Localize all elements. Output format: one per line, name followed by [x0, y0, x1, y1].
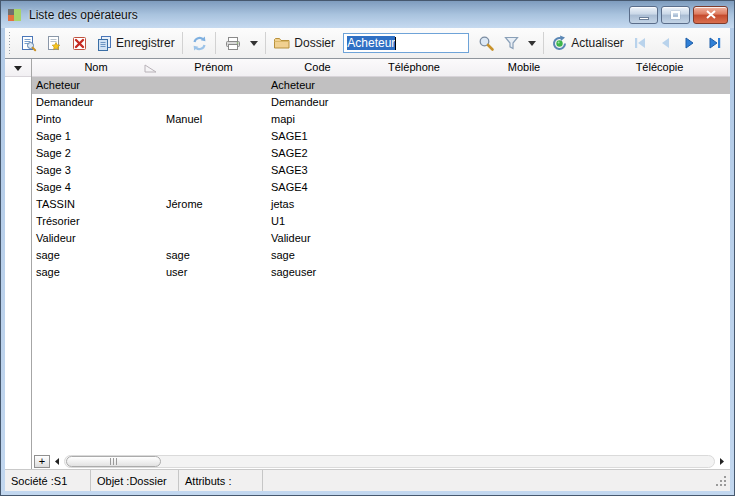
scroll-right-icon[interactable] [717, 457, 727, 466]
add-row-button[interactable]: + [34, 455, 50, 468]
table-row[interactable]: ValideurValideur [5, 230, 730, 247]
resize-grip[interactable] [715, 475, 727, 487]
cell-telephone [369, 162, 459, 179]
column-header-telephone[interactable]: Téléphone [369, 59, 459, 76]
cell-mobile [459, 247, 589, 264]
cell-nom: Sage 1 [31, 128, 161, 145]
cell-prenom [161, 162, 266, 179]
cell-code: SAGE3 [266, 162, 369, 179]
cell-mobile [459, 213, 589, 230]
cell-mobile [459, 128, 589, 145]
window-title: Liste des opérateurs [29, 8, 138, 22]
minimize-button[interactable] [629, 6, 658, 24]
scrollbar-track[interactable] [64, 455, 715, 468]
table-row[interactable]: Sage 1SAGE1 [5, 128, 730, 145]
column-header-nom[interactable]: Nom [31, 59, 161, 76]
cell-telecopie [589, 94, 730, 111]
cell-nom: Demandeur [31, 94, 161, 111]
cell-marker [5, 111, 31, 128]
table-row[interactable]: Sage 4SAGE4 [5, 179, 730, 196]
nav-last-button[interactable] [703, 31, 727, 55]
column-header-prenom[interactable]: Prénom [161, 59, 266, 76]
status-societe: Société :S1 [5, 470, 91, 491]
cell-mobile [459, 162, 589, 179]
column-selector-button[interactable] [5, 59, 31, 76]
cell-telephone [369, 247, 459, 264]
preview-icon [20, 35, 37, 52]
cell-telephone [369, 111, 459, 128]
column-header-telecopie[interactable]: Télécopie [589, 59, 730, 76]
save-icon [96, 35, 113, 52]
table-row[interactable]: AcheteurAcheteur [5, 77, 730, 94]
close-button[interactable] [693, 6, 728, 24]
cell-marker [5, 196, 31, 213]
toolbar-separator [543, 32, 544, 54]
cell-mobile [459, 111, 589, 128]
grid-rows: AcheteurAcheteurDemandeurDemandeurPintoM… [5, 77, 730, 453]
cell-marker [5, 179, 31, 196]
sync-button[interactable] [187, 31, 212, 55]
cell-nom: Pinto [31, 111, 161, 128]
operators-grid: Nom Prénom Code Téléphone Mobile Télécop… [5, 58, 730, 469]
cell-nom: Trésorier [31, 213, 161, 230]
toolbar-separator [182, 32, 183, 54]
cell-telephone [369, 94, 459, 111]
cell-mobile [459, 145, 589, 162]
cell-telephone [369, 196, 459, 213]
table-row[interactable]: DemandeurDemandeur [5, 94, 730, 111]
cell-telephone [369, 213, 459, 230]
save-button[interactable]: Enregistrer [93, 31, 178, 55]
table-row[interactable]: sagesagesage [5, 247, 730, 264]
toolbar-grip[interactable] [8, 32, 11, 54]
folder-icon [273, 35, 291, 51]
cell-telecopie [589, 247, 730, 264]
nav-next-button[interactable] [678, 31, 702, 55]
cell-code: mapi [266, 111, 369, 128]
preview-button[interactable] [16, 31, 41, 55]
column-header-code[interactable]: Code [266, 59, 369, 76]
cell-marker [5, 77, 31, 94]
search-button[interactable] [474, 31, 499, 55]
column-header-mobile[interactable]: Mobile [459, 59, 589, 76]
cell-code: sageuser [266, 264, 369, 281]
scroll-left-icon[interactable] [52, 457, 62, 466]
cell-telephone [369, 145, 459, 162]
cell-code: Demandeur [266, 94, 369, 111]
nav-prev-button[interactable] [653, 31, 677, 55]
cell-marker [5, 94, 31, 111]
statusbar: Société :S1 Objet :Dossier Attributs : [5, 469, 730, 491]
cell-nom: Sage 4 [31, 179, 161, 196]
print-dropdown-button[interactable] [247, 31, 261, 55]
table-row[interactable]: TASSINJéromejetas [5, 196, 730, 213]
table-row[interactable]: Sage 3SAGE3 [5, 162, 730, 179]
print-button[interactable] [220, 31, 246, 55]
refresh-button[interactable]: Actualiser [548, 31, 627, 55]
nav-first-button[interactable] [628, 31, 652, 55]
cell-mobile [459, 77, 589, 94]
cell-nom: sage [31, 264, 161, 281]
delete-button[interactable] [67, 31, 92, 55]
table-row[interactable]: sageusersageuser [5, 264, 730, 281]
grid-gutter-divider [31, 59, 32, 469]
scrollbar-thumb[interactable] [66, 456, 161, 467]
cell-prenom [161, 145, 266, 162]
table-row[interactable]: TrésorierU1 [5, 213, 730, 230]
cell-code: sage [266, 247, 369, 264]
restore-button[interactable] [661, 6, 690, 24]
cell-mobile [459, 94, 589, 111]
cell-code: SAGE2 [266, 145, 369, 162]
cell-marker [5, 128, 31, 145]
filter-dropdown-button[interactable] [525, 31, 539, 55]
toolbar: Enregistrer [5, 28, 730, 58]
cell-mobile [459, 179, 589, 196]
new-button[interactable] [42, 31, 67, 55]
app-window: Liste des opérateurs [0, 0, 735, 496]
table-row[interactable]: Sage 2SAGE2 [5, 145, 730, 162]
search-input[interactable]: Acheteur [343, 33, 468, 53]
dropdown-arrow-icon [250, 41, 258, 46]
cell-code: U1 [266, 213, 369, 230]
table-row[interactable]: PintoManuelmapi [5, 111, 730, 128]
filter-button[interactable] [499, 31, 524, 55]
nav-last-icon [708, 37, 722, 49]
folder-button[interactable]: Dossier [270, 31, 338, 55]
